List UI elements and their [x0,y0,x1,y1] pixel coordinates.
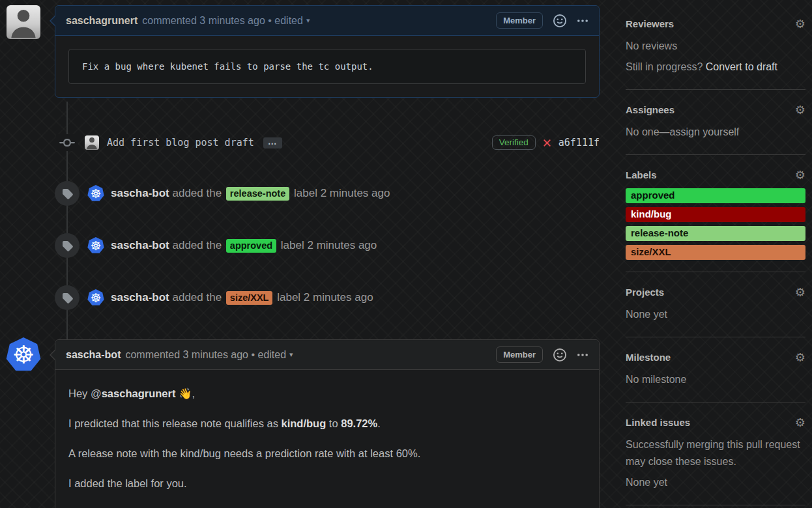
gear-icon[interactable]: ⚙ [795,352,805,363]
commit-expander-button[interactable]: … [263,137,282,148]
event-action: added the [169,291,225,303]
sidebar-divider [626,272,805,272]
event-label-chip[interactable]: approved [226,239,276,253]
sidebar-section-milestone: Milestone ⚙ No milestone [626,352,805,388]
event-actor[interactable]: sascha-bot [111,291,169,303]
milestone-title[interactable]: Milestone [626,352,671,363]
comment-header: saschagrunert commented 3 minutes ago • … [55,6,599,36]
speech-caret [50,16,55,26]
label-release-note[interactable]: release-note [626,226,805,241]
sidebar-section-labels: Labels ⚙ approved kind/bug release-note … [626,169,805,260]
bot-avatar[interactable]: ☸ [87,289,104,306]
comment-author-link[interactable]: sascha-bot [66,349,121,361]
bot-comment: sascha-bot commented 3 minutes ago • edi… [55,339,600,508]
kubernetes-logo-icon: ☸ [6,337,41,373]
comment-paragraph: Hey @saschagrunert 👋, [68,386,586,401]
event-actor[interactable]: sascha-bot [111,239,169,251]
label-size-xxl[interactable]: size/XXL [626,245,805,260]
reviewers-title[interactable]: Reviewers [626,18,674,29]
event-actor[interactable]: sascha-bot [111,187,169,199]
pr-sidebar: Reviewers ⚙ No reviews Still in progress… [626,0,805,508]
user-avatar[interactable] [7,5,40,39]
verified-badge[interactable]: Verified [492,135,536,150]
member-badge: Member [496,346,543,363]
x-status-icon[interactable] [542,137,553,148]
kebab-menu-icon[interactable] [577,15,588,27]
hint-prefix: Still in progress? [626,61,706,72]
sidebar-divider [626,505,805,505]
assignees-empty-text: No one—assign yourself [626,124,805,141]
sidebar-divider [626,154,805,155]
bot-avatar[interactable]: ☸ [87,185,104,202]
assign-yourself-link[interactable]: assign yourself [670,126,740,137]
comment-paragraph: I added the label for you. [68,475,586,491]
sidebar-section-assignees: Assignees ⚙ No one—assign yourself [626,104,805,141]
event-suffix: label 2 minutes ago [278,239,377,251]
person-silhouette-icon [7,5,40,39]
labels-title[interactable]: Labels [626,169,657,180]
assignees-title[interactable]: Assignees [626,104,674,115]
git-commit-icon [56,134,78,151]
edited-dropdown-caret[interactable]: ▾ [306,16,310,25]
commit-message-link[interactable]: Add first blog post draft [107,137,254,148]
label-approved[interactable]: approved [626,188,805,203]
event-action: added the [169,239,225,251]
sidebar-divider [626,337,805,337]
comment-author-link[interactable]: saschagrunert [66,15,138,27]
edited-dropdown-caret[interactable]: ▾ [289,350,293,359]
bot-avatar[interactable]: ☸ [87,237,104,254]
label-event-row: ☸ sascha-bot added the approved label 2 … [55,233,600,259]
label-event-row: ☸ sascha-bot added the release-note labe… [55,180,600,206]
event-label-chip[interactable]: release-note [226,187,289,201]
sidebar-section-linked-issues: Linked issues ⚙ Successfully merging thi… [626,417,805,491]
add-reaction-icon[interactable] [553,348,566,361]
comment-paragraph: I predicted that this release note quali… [68,416,586,431]
comment-body: Fix a bug where kubenet fails to parse t… [55,36,599,97]
reviewers-empty-text: No reviews [626,38,805,55]
sidebar-section-projects: Projects ⚙ None yet [626,287,805,323]
bot-avatar-large[interactable]: ☸ [6,337,40,371]
speech-caret [50,350,55,360]
convert-to-draft-link[interactable]: Convert to draft [706,61,777,72]
projects-empty-text: None yet [626,306,805,323]
tag-icon [55,233,80,258]
sidebar-divider [626,402,805,402]
comment-meta: commented 3 minutes ago • edited [142,15,303,27]
add-reaction-icon[interactable] [553,14,566,27]
comment-body: Hey @saschagrunert 👋, I predicted that t… [55,370,599,508]
comment-header: sascha-bot commented 3 minutes ago • edi… [55,340,599,370]
kebab-menu-icon[interactable] [577,349,588,361]
comment-meta: commented 3 minutes ago • edited [125,349,286,361]
commit-timeline-item: Add first blog post draft … Verified a6f… [55,132,600,154]
pr-description-comment: saschagrunert commented 3 minutes ago • … [55,5,600,98]
gear-icon[interactable]: ⚙ [795,105,805,115]
gear-icon[interactable]: ⚙ [795,19,805,29]
labels-list: approved kind/bug release-note size/XXL [626,188,805,260]
tag-icon [55,285,80,310]
event-label-chip[interactable]: size/XXL [226,291,273,305]
tag-icon [55,181,80,206]
milestone-empty-text: No milestone [626,371,805,388]
gear-icon[interactable]: ⚙ [795,170,805,180]
commit-sha-link[interactable]: a6f111f [558,137,600,148]
label-event-row: ☸ sascha-bot added the size/XXL label 2 … [55,285,600,311]
member-badge: Member [496,12,543,29]
linked-issues-description: Successfully merging this pull request m… [626,436,805,470]
person-silhouette-icon [85,135,99,150]
linked-issues-empty-text: None yet [626,474,805,491]
projects-title[interactable]: Projects [626,287,664,298]
sidebar-divider [626,89,805,90]
comment-paragraph: A release note with the kind/bug needs a… [68,445,586,461]
gear-icon[interactable]: ⚙ [795,287,805,298]
reviewers-hint: Still in progress? Convert to draft [626,59,805,76]
event-action: added the [169,187,225,199]
event-suffix: label 2 minutes ago [274,291,373,303]
linked-issues-title[interactable]: Linked issues [626,417,690,428]
sidebar-section-reviewers: Reviewers ⚙ No reviews Still in progress… [626,18,805,76]
commit-author-avatar[interactable] [85,135,99,150]
label-kind-bug[interactable]: kind/bug [626,207,805,222]
release-note-codeblock: Fix a bug where kubenet fails to parse t… [68,49,586,84]
event-suffix: label 2 minutes ago [291,187,390,199]
assignees-prefix: No one— [626,126,670,137]
gear-icon[interactable]: ⚙ [795,417,805,428]
